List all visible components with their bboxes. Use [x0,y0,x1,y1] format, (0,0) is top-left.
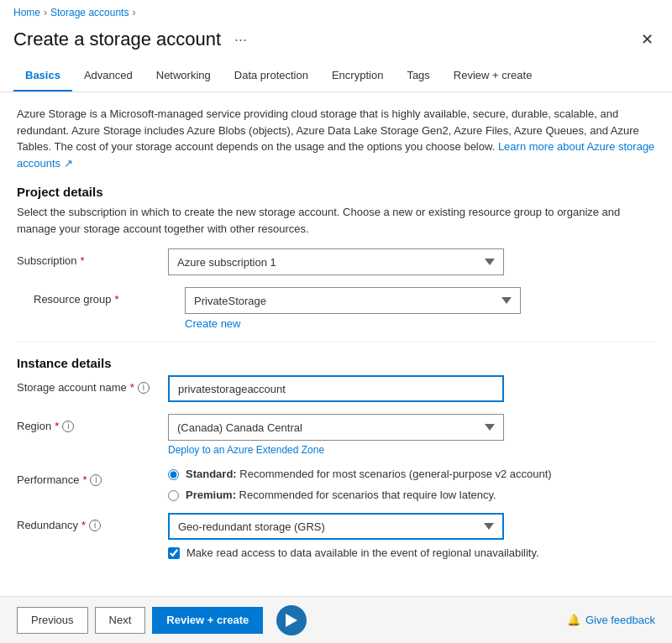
storage-name-control [168,375,655,402]
storage-name-row: Storage account name * i [17,375,655,402]
project-details-section: Project details Select the subscription … [17,185,655,330]
divider [17,342,655,342]
main-content: Azure Storage is a Microsoft-managed ser… [0,92,672,584]
performance-radio-group: Standard: Recommended for most scenarios… [168,468,655,501]
instance-details-section: Instance details Storage account name * … [17,356,655,559]
subscription-row: Subscription * Azure subscription 1 [17,248,655,275]
performance-row: Performance * i Standard: Recommended fo… [17,468,655,501]
read-access-checkbox[interactable] [168,547,180,559]
tab-tags[interactable]: Tags [395,60,441,91]
region-select[interactable]: (Canada) Canada Central [168,414,504,441]
tab-basics[interactable]: Basics [13,60,72,91]
resource-group-label: Resource group * [34,287,185,306]
breadcrumb-home[interactable]: Home [13,7,40,18]
region-info-icon: i [62,421,74,432]
storage-name-info-icon: i [138,382,150,394]
breadcrumb: Home › Storage accounts › [0,0,672,25]
next-button[interactable]: Next [95,607,146,634]
footer: Previous Next Review + create 🔔 Give fee… [0,596,672,643]
resource-group-select[interactable]: PrivateStorage [185,287,521,314]
instance-details-title: Instance details [17,356,655,370]
tab-data-protection[interactable]: Data protection [223,60,320,91]
region-row: Region * i (Canada) Canada Central Deplo… [17,414,655,456]
tab-review-create[interactable]: Review + create [442,60,544,91]
subscription-label: Subscription * [17,248,168,267]
feedback-icon: 🔔 [567,614,580,626]
performance-label: Performance * i [17,468,168,486]
redundancy-select[interactable]: Geo-redundant storage (GRS) Locally-redu… [168,513,504,540]
arrow-indicator [276,605,307,635]
tab-networking[interactable]: Networking [144,60,223,91]
redundancy-info-icon: i [89,520,101,531]
tab-bar: Basics Advanced Networking Data protecti… [0,60,672,92]
breadcrumb-sep1: › [44,7,47,18]
read-access-label: Make read access to data available in th… [186,546,539,559]
redundancy-row: Redundancy * i Geo-redundant storage (GR… [17,513,655,559]
read-access-checkbox-row[interactable]: Make read access to data available in th… [168,546,655,559]
feedback-label: Give feedback [585,614,655,626]
region-label: Region * i [17,414,168,432]
resource-group-row: Resource group * PrivateStorage Create n… [34,287,655,330]
performance-control: Standard: Recommended for most scenarios… [168,468,655,501]
ellipsis-button[interactable]: ··· [229,29,252,50]
storage-name-label: Storage account name * i [17,375,168,394]
intro-text: Azure Storage is a Microsoft-managed ser… [17,106,655,171]
previous-button[interactable]: Previous [17,607,88,634]
subscription-select[interactable]: Azure subscription 1 [168,248,504,275]
tab-advanced[interactable]: Advanced [72,60,144,91]
review-create-button[interactable]: Review + create [152,607,263,634]
storage-name-input[interactable] [168,375,504,402]
region-control: (Canada) Canada Central Deploy to an Azu… [168,414,655,456]
performance-premium-radio[interactable] [168,490,179,501]
project-details-title: Project details [17,185,655,199]
breadcrumb-sep2: › [132,7,135,18]
performance-premium-option[interactable]: Premium: Recommended for scenarios that … [168,489,655,501]
deploy-link[interactable]: Deploy to an Azure Extended Zone [168,444,655,456]
resource-group-control: PrivateStorage Create new [185,287,655,330]
performance-info-icon: i [90,474,102,486]
page-title: Create a storage account [13,29,221,50]
breadcrumb-storage-accounts[interactable]: Storage accounts [50,7,129,18]
close-button[interactable]: ✕ [636,29,659,50]
redundancy-control: Geo-redundant storage (GRS) Locally-redu… [168,513,655,559]
page-header: Create a storage account ··· ✕ [0,25,672,60]
performance-standard-radio[interactable] [168,469,179,480]
feedback-button[interactable]: 🔔 Give feedback [567,614,655,626]
subscription-control: Azure subscription 1 [168,248,655,275]
performance-standard-option[interactable]: Standard: Recommended for most scenarios… [168,468,655,480]
tab-encryption[interactable]: Encryption [320,60,395,91]
redundancy-label: Redundancy * i [17,513,168,531]
project-details-desc: Select the subscription in which to crea… [17,204,655,237]
create-new-link[interactable]: Create new [185,317,655,330]
